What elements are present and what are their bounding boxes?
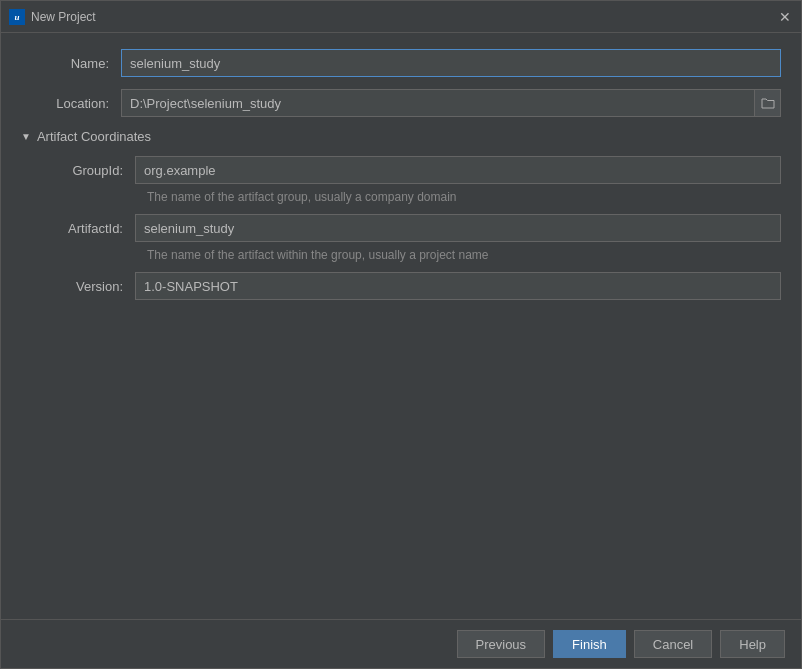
version-label: Version: [35,279,135,294]
folder-icon [761,97,775,109]
app-icon: u [9,9,25,25]
cancel-button[interactable]: Cancel [634,630,712,658]
help-button[interactable]: Help [720,630,785,658]
artifactid-row: ArtifactId: [35,214,781,242]
name-row: Name: [21,49,781,77]
dialog-content: Name: Location: ▼ Artifact Coordinates [1,33,801,619]
previous-button[interactable]: Previous [457,630,546,658]
name-label: Name: [21,56,121,71]
location-label: Location: [21,96,121,111]
finish-button[interactable]: Finish [553,630,626,658]
close-button[interactable]: ✕ [777,9,793,25]
collapse-triangle-icon[interactable]: ▼ [21,131,31,142]
artifact-section-title: Artifact Coordinates [37,129,151,144]
groupid-label: GroupId: [35,163,135,178]
groupid-input[interactable] [135,156,781,184]
dialog-title: New Project [31,10,771,24]
version-row: Version: [35,272,781,300]
title-bar: u New Project ✕ [1,1,801,33]
dialog-footer: Previous Finish Cancel Help [1,619,801,668]
location-row: Location: [21,89,781,117]
groupid-row: GroupId: [35,156,781,184]
name-input[interactable] [121,49,781,77]
artifactid-hint: The name of the artifact within the grou… [147,248,781,262]
artifactid-input[interactable] [135,214,781,242]
artifactid-label: ArtifactId: [35,221,135,236]
location-input[interactable] [121,89,755,117]
artifact-section-header: ▼ Artifact Coordinates [21,129,781,144]
artifact-section: GroupId: The name of the artifact group,… [35,156,781,300]
new-project-dialog: u New Project ✕ Name: Location: ▼ [0,0,802,669]
groupid-hint: The name of the artifact group, usually … [147,190,781,204]
version-input[interactable] [135,272,781,300]
location-input-wrapper [121,89,781,117]
browse-folder-button[interactable] [755,89,781,117]
